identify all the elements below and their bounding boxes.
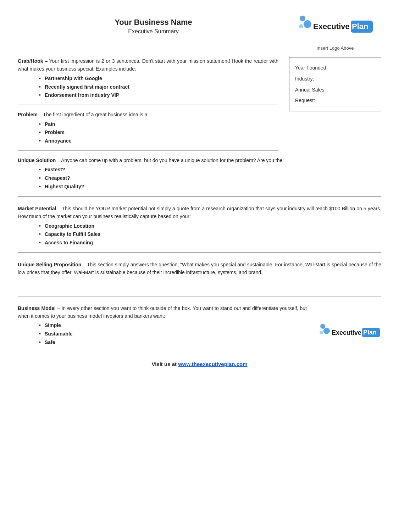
list-item: Fastest? xyxy=(39,166,381,174)
list-item: Pain xyxy=(39,120,278,129)
svg-point-8 xyxy=(320,331,323,334)
usp-label: Unique Selling Proposition xyxy=(18,262,81,267)
grab-hook-label: Grab/Hook xyxy=(18,58,43,64)
market-potential-body: – This should be YOUR market potential n… xyxy=(18,206,381,219)
svg-text:Executive: Executive xyxy=(332,329,361,336)
annual-sales-label: Annual Sales: xyxy=(295,84,375,95)
header: Your Business Name Executive Summary Exe… xyxy=(18,14,381,51)
list-item: Recently signed first major contract xyxy=(39,83,278,92)
market-potential-section: Market Potential – This should be YOUR m… xyxy=(18,197,381,253)
footer-text: Visit us at www.theexecutiveplan.com xyxy=(18,361,381,367)
business-name: Your Business Name xyxy=(18,18,289,27)
footer-link[interactable]: www.theexecutiveplan.com xyxy=(178,361,247,367)
svg-point-6 xyxy=(320,324,325,329)
svg-text:Plan: Plan xyxy=(352,22,368,31)
page: Your Business Name Executive Summary Exe… xyxy=(18,14,381,367)
year-founded-label: Year Founded: xyxy=(295,62,375,73)
info-box: Year Founded: Industry: Annual Sales: Re… xyxy=(289,57,381,111)
executive-plan-logo: Executive Plan xyxy=(296,14,374,43)
grab-section: Grab/Hook – Your first impression is 2 o… xyxy=(18,57,278,105)
business-model-text: Business Model – In every other section … xyxy=(18,304,307,320)
list-item: Cheapest? xyxy=(39,174,381,183)
unique-solution-body: – Anyone can come up with a problem, but… xyxy=(56,157,284,163)
usp-section: Unique Selling Proposition – This sectio… xyxy=(18,253,381,297)
list-item: Problem xyxy=(39,128,278,137)
footer: Visit us at www.theexecutiveplan.com xyxy=(18,358,381,367)
business-model-list: Simple Sustainable Safe xyxy=(39,321,307,347)
list-item: Sustainable xyxy=(39,330,307,338)
unique-solution-list: Fastest? Cheapest? Highest Quality? xyxy=(39,166,381,191)
list-item: Endorsement from industry VIP xyxy=(39,91,278,100)
list-item: Access to Financing xyxy=(39,239,381,247)
svg-point-7 xyxy=(323,328,330,334)
business-model-label: Business Model xyxy=(18,305,56,311)
svg-text:Executive: Executive xyxy=(313,22,350,31)
list-item: Geographic Location xyxy=(39,222,381,231)
header-right: Executive Plan Insert Logo Above xyxy=(289,14,381,51)
insert-logo-text: Insert Logo Above xyxy=(317,45,354,51)
list-item: Simple xyxy=(39,321,307,330)
problem-list: Pain Problem Annoyance xyxy=(39,120,278,145)
svg-point-0 xyxy=(300,16,305,21)
list-item: Safe xyxy=(39,338,307,347)
unique-solution-section: Unique Solution – Anyone can come up wit… xyxy=(18,151,381,197)
grab-hook-list: Partnership with Google Recently signed … xyxy=(39,74,278,100)
logo-container: Executive Plan Insert Logo Above xyxy=(289,14,381,51)
grab-hook-text: Grab/Hook – Your first impression is 2 o… xyxy=(18,57,278,73)
industry-label: Industry: xyxy=(295,73,375,84)
list-item: Partnership with Google xyxy=(39,74,278,83)
grab-hook-left: Grab/Hook – Your first impression is 2 o… xyxy=(18,57,289,151)
list-item: Annoyance xyxy=(39,137,278,145)
grab-hook-body: – Your first impression is 2 or 3 senten… xyxy=(18,58,278,72)
footer-executive-plan-logo: Executive Plan xyxy=(317,323,381,346)
request-label: Request: xyxy=(295,95,375,106)
svg-text:Plan: Plan xyxy=(363,329,377,336)
market-potential-text: Market Potential – This should be YOUR m… xyxy=(18,205,381,221)
problem-section: Problem – The first ingredient of a grea… xyxy=(18,105,278,151)
market-potential-list: Geographic Location Capacity to Fulfill … xyxy=(39,222,381,247)
list-item: Capacity to Fulfill Sales xyxy=(39,230,381,239)
market-potential-label: Market Potential xyxy=(18,206,56,211)
unique-solution-label: Unique Solution xyxy=(18,157,56,163)
svg-point-2 xyxy=(299,24,303,28)
problem-body: – The first ingredient of a great busine… xyxy=(38,112,149,117)
top-section: Grab/Hook – Your first impression is 2 o… xyxy=(18,57,381,151)
business-model-body: – In every other section you want to thi… xyxy=(18,305,307,319)
header-left: Your Business Name Executive Summary xyxy=(18,14,289,35)
problem-text: Problem – The first ingredient of a grea… xyxy=(18,111,278,118)
unique-solution-text: Unique Solution – Anyone can come up wit… xyxy=(18,156,381,164)
exec-summary: Executive Summary xyxy=(18,28,289,35)
footer-label: Visit us at xyxy=(151,361,178,367)
list-item: Highest Quality? xyxy=(39,183,381,191)
usp-text: Unique Selling Proposition – This sectio… xyxy=(18,261,381,277)
problem-label: Problem xyxy=(18,112,38,117)
svg-point-1 xyxy=(304,20,311,28)
business-model-section: Business Model – In every other section … xyxy=(18,297,381,352)
